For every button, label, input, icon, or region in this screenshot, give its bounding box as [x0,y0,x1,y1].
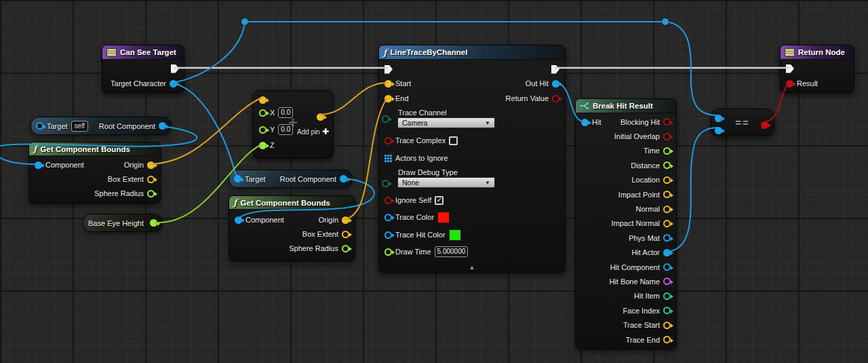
pin-label: Box Extent [302,230,338,238]
distance-pin[interactable] [663,161,671,169]
return-value-pin[interactable] [552,95,559,102]
draw-debug-type-dropdown[interactable]: None ▼ [397,177,495,188]
node-title: Get Component Bounds [41,145,130,153]
x-value-field[interactable]: 0.0 [278,107,293,118]
root-component-pin[interactable] [340,175,347,183]
node-header: ƒ Get Component Bounds [29,142,160,156]
node-can-see-target[interactable]: Can See Target Target Character [102,45,184,93]
node-equals[interactable]: == [711,109,774,136]
vector-output-pin[interactable] [317,113,324,121]
draw-time-pin[interactable] [384,248,392,256]
out-hit-pin[interactable] [552,80,559,88]
draw-time-field[interactable]: 5.000000 [435,246,469,257]
face-index-pin[interactable] [663,307,671,314]
sphere-radius-pin[interactable] [342,245,349,252]
node-line-trace-by-channel[interactable]: ƒ LineTraceByChannel Start End Trace Cha… [378,45,566,273]
end-pin[interactable] [384,95,392,102]
blueprint-graph-canvas[interactable]: { "icons": { "function_glyph": "ƒ", "dro… [0,0,868,363]
equals-input-b-pin[interactable] [715,127,722,134]
pin-label: Initial Overlap [614,132,660,140]
hit-item-pin[interactable] [663,292,671,300]
phys-mat-pin[interactable] [663,234,671,242]
origin-pin[interactable] [342,216,349,224]
location-pin[interactable] [663,176,671,184]
pin-label: X [270,109,275,117]
pin-label: Draw Time [395,248,431,256]
sphere-radius-pin[interactable] [147,190,155,197]
origin-pin[interactable] [147,161,155,169]
function-entry-icon [106,48,117,57]
equals-result-pin[interactable] [761,121,768,129]
z-pin[interactable] [259,142,267,149]
draw-debug-type-pin[interactable] [382,180,389,187]
exec-in-pin[interactable] [786,64,794,73]
root-component-pin[interactable] [159,122,166,130]
start-pin[interactable] [384,80,392,88]
target-character-pin[interactable] [170,80,177,88]
hit-actor-pin[interactable] [663,249,671,256]
x-pin[interactable] [259,109,267,117]
time-pin[interactable] [663,147,671,155]
base-eye-height-pin[interactable] [150,219,157,227]
node-return[interactable]: Return Node Result [780,45,854,93]
array-pin-icon[interactable] [384,155,392,162]
node-break-hit-result[interactable]: Break Hit Result Hit Blocking Hit Initia… [575,98,677,349]
y-value-field[interactable]: 0.0 [278,124,293,135]
trace-color-pin[interactable] [384,214,392,221]
reroute-node-left[interactable] [241,18,248,25]
pin-label: Origin [319,216,338,224]
node-header: Can See Target [102,45,184,60]
node-get-component-bounds-1[interactable]: ƒ Get Component Bounds Component Origin … [28,142,161,204]
trace-end-pin[interactable] [663,336,671,343]
trace-hit-color-swatch[interactable] [449,229,461,241]
trace-hit-color-pin[interactable] [384,231,392,239]
y-pin[interactable] [259,126,267,134]
trace-complex-checkbox[interactable] [449,136,458,145]
hit-component-pin[interactable] [663,263,671,271]
result-pin[interactable] [786,80,793,88]
ignore-self-pin[interactable] [384,197,392,204]
equals-input-a-pin[interactable] [715,115,722,122]
ignore-self-checkbox[interactable]: ✔ [435,196,443,205]
pin-label: Draw Debug Type [398,168,458,176]
node-base-eye-height[interactable]: Base Eye Height [83,214,163,232]
pin-label: Sphere Radius [94,189,144,197]
trace-channel-pin[interactable] [382,115,389,123]
pin-label: Actors to Ignore [395,154,448,162]
blocking-hit-pin[interactable] [663,118,671,126]
self-value-box[interactable]: self [71,121,89,132]
reroute-node-right[interactable] [662,18,669,25]
pin-label: Hit Bone Name [609,278,660,286]
exec-out-pin[interactable] [551,65,559,74]
box-extent-pin[interactable] [147,176,155,183]
target-pin[interactable] [36,122,43,130]
trace-complex-pin[interactable] [384,137,392,145]
node-add-vector[interactable]: + X 0.0 Y 0.0 Z Add pin ✚ [252,90,334,159]
wire-target-character-down [172,83,237,178]
trace-start-pin[interactable] [663,322,671,329]
node-target-2[interactable]: Target Root Component [229,170,353,188]
target-pin[interactable] [234,175,241,183]
pin-label: Phys Mat [629,234,660,242]
trace-color-swatch[interactable] [437,212,450,223]
component-pin[interactable] [235,216,242,224]
pin-label: Trace End [626,336,660,344]
output-row: Phys Mat [581,231,671,245]
hit-bone-name-pin[interactable] [663,278,671,285]
box-extent-pin[interactable] [342,231,349,238]
exec-out-pin[interactable] [171,64,179,73]
trace-channel-dropdown[interactable]: Camera ▼ [397,117,495,128]
exec-in-pin[interactable] [384,65,393,74]
pin-label: Hit Actor [631,248,660,256]
add-pin-button[interactable]: Add pin ✚ [297,127,329,136]
node-target-self[interactable]: Target self Root Component [31,117,172,135]
impact-point-pin[interactable] [663,191,671,198]
impact-normal-pin[interactable] [663,220,671,227]
component-pin[interactable] [35,161,42,169]
node-get-component-bounds-2[interactable]: ƒ Get Component Bounds Component Origin … [229,195,355,261]
normal-pin[interactable] [663,206,671,213]
collapse-arrow-icon[interactable]: ▲ [379,264,565,271]
vector-input-pin[interactable] [259,96,267,104]
initial-overlap-pin[interactable] [663,133,671,140]
function-result-icon [785,48,795,57]
